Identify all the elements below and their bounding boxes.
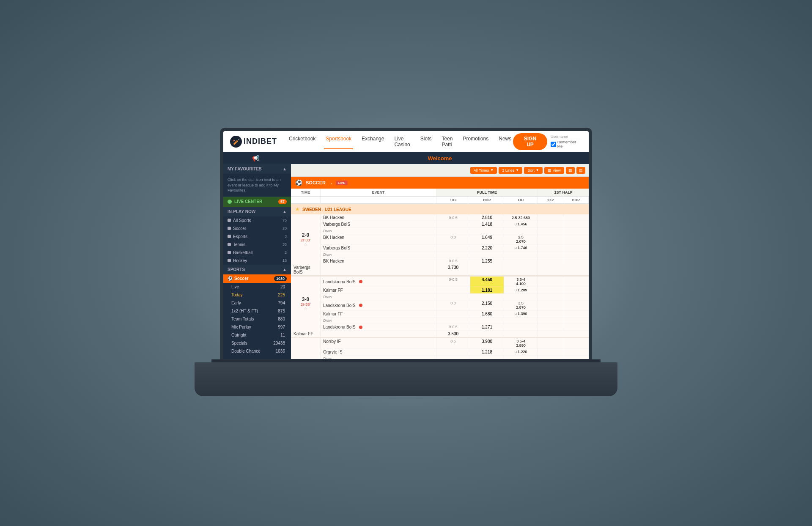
sports-early[interactable]: Early 794 — [223, 299, 291, 307]
odds-o1a[interactable]: 1.218 — [470, 349, 504, 356]
odds-3b[interactable]: 2.52.070 — [504, 234, 538, 245]
sports-header[interactable]: SPORTS ▲ — [223, 265, 291, 274]
my-favourites-header[interactable]: MY FAVOURITES ▲ — [223, 164, 291, 174]
hdp-val-1[interactable]: 0-0.5 — [436, 214, 470, 221]
live-sub-count: 20 — [280, 285, 285, 289]
item-dot-icon4 — [228, 243, 231, 246]
sports-team-totals[interactable]: Team Totals 880 — [223, 315, 291, 323]
nav-news[interactable]: News — [497, 134, 513, 149]
odds-1a[interactable]: 2.810 — [470, 214, 504, 221]
nav-live-casino[interactable]: Live Casino — [392, 134, 411, 149]
view-button[interactable]: ▦ View — [544, 167, 564, 174]
in-play-hockey[interactable]: Hockey 15 — [223, 257, 291, 265]
lines-button[interactable]: 3 Lines ▼ — [499, 167, 522, 174]
table-header-bottom-row: 1X2 HDP OU 1X2 HDP — [291, 197, 589, 204]
username-field: Username Remember Me — [551, 134, 582, 148]
in-play-all-sports[interactable]: All Sports 75 — [223, 216, 291, 225]
odds-k2a[interactable]: 1.680 — [470, 311, 504, 318]
in-play-header[interactable]: IN-PLAY NOW ▲ — [223, 207, 291, 216]
odds-2a[interactable]: 1.418 — [470, 221, 504, 228]
odds-l1b[interactable]: 3.5-44.100 — [504, 277, 538, 287]
nav-cricketbook[interactable]: Cricketbook — [287, 134, 317, 149]
chevron-up-icon3: ▲ — [283, 267, 287, 272]
nav-exchange[interactable]: Exchange — [360, 134, 386, 149]
odds-5a[interactable]: 1.255 — [470, 258, 504, 264]
in-play-esports[interactable]: Esports 3 — [223, 233, 291, 241]
odds-table: TIME EVENT FULL TIME 1ST HALF 1X2 HDP OU… — [291, 189, 589, 359]
x1x2-col-header: 1X2 — [436, 197, 470, 203]
item-dot-icon2 — [228, 227, 231, 230]
hdp-col-header: HDP — [470, 197, 504, 203]
team-kalmar-3: Kalmar FF — [291, 331, 321, 337]
nav-teen-patti[interactable]: Teen Patti — [440, 134, 454, 149]
icon-btn-1[interactable]: ▦ — [566, 167, 575, 174]
draw-1b — [470, 228, 504, 234]
remember-checkbox[interactable] — [551, 142, 556, 147]
sports-live[interactable]: Live 20 — [223, 283, 291, 291]
in-play-basketball[interactable]: Basketball 2 — [223, 249, 291, 257]
sports-today[interactable]: Today 225 — [223, 291, 291, 299]
double-chance-label: Double Chance — [231, 349, 261, 353]
table-header-top-row: TIME EVENT FULL TIME 1ST HALF — [291, 189, 589, 197]
odds-4b[interactable]: u 1.746 — [504, 245, 538, 252]
live-center-button[interactable]: LIVE CENTER 57 — [223, 197, 291, 207]
odds-1b[interactable]: 2.5-32.680 — [504, 214, 538, 221]
in-play-soccer[interactable]: Soccer 20 — [223, 225, 291, 233]
today-sub-count: 225 — [278, 293, 285, 297]
1x2-sub-count: 875 — [278, 309, 285, 313]
odds-3d — [563, 234, 589, 245]
nav-sportsbook[interactable]: Sportsbook — [324, 134, 353, 149]
h-hdp-col-header: HDP — [563, 197, 589, 203]
esports-count: 3 — [285, 234, 287, 238]
odds-n1a[interactable]: 3.900 — [470, 338, 504, 349]
league-name: SWEDEN - U21 LEAGUE — [302, 207, 351, 212]
odds-o1b[interactable]: u 1.220 — [504, 349, 538, 356]
sports-specials[interactable]: Specials 20438 — [223, 339, 291, 347]
sports-soccer[interactable]: ⚽ Soccer 1030 — [223, 274, 291, 283]
match-2-score: 3-0 — [302, 296, 309, 302]
sort-button[interactable]: Sort ▼ — [524, 167, 542, 174]
league-header: ★ SWEDEN - U21 LEAGUE — [291, 204, 589, 214]
sports-double-chance[interactable]: Double Chance 1036 — [223, 347, 291, 355]
match-group-1: 2-0 2H33' ☆ BK Hacken 0-0.5 2.810 2.5-32… — [291, 214, 589, 276]
odds-l2a[interactable]: 2.150 — [470, 300, 504, 311]
odds-3a[interactable]: 1.649 — [470, 234, 504, 245]
team-totals-label: Team Totals — [231, 317, 254, 321]
all-sports-count: 75 — [283, 218, 287, 222]
early-sub-count: 794 — [278, 301, 285, 305]
odds-2d — [563, 221, 589, 228]
odds-l1a[interactable]: 4.450 — [470, 277, 504, 287]
odds-3c — [538, 234, 563, 245]
hdp-3[interactable]: 0.0 — [436, 234, 470, 245]
odds-l3a[interactable]: 1.271 — [470, 324, 504, 331]
odds-k1b[interactable]: u 1.209 — [504, 287, 538, 294]
today-sub-label: Today — [231, 293, 243, 297]
draw-l2: Draw — [321, 318, 436, 324]
signup-button[interactable]: SIGN UP — [513, 133, 547, 150]
all-times-button[interactable]: All Times ▼ — [470, 167, 497, 174]
odds-k2b[interactable]: u 1.390 — [504, 311, 538, 318]
tennis-label: Tennis — [233, 242, 245, 247]
icon-btn-2[interactable]: ▤ — [576, 167, 585, 174]
soccer-header: ⚽ SOCCER - LIVE — [291, 177, 589, 189]
sports-1x2[interactable]: 1x2 (HT & FT) 875 — [223, 307, 291, 315]
odds-l2b[interactable]: 3.52.870 — [504, 300, 538, 311]
in-play-tennis[interactable]: Tennis 35 — [223, 241, 291, 249]
live-badge: LIVE — [336, 181, 348, 185]
nav-slots[interactable]: Slots — [419, 134, 433, 149]
sports-mix-parlay[interactable]: Mix Parlay 997 — [223, 323, 291, 331]
live-center-label: LIVE CENTER — [234, 199, 262, 204]
nav-promotions[interactable]: Promotions — [461, 134, 491, 149]
hockey-label: Hockey — [233, 258, 247, 263]
odds-2b[interactable]: u 1.456 — [504, 221, 538, 228]
odds-6a[interactable]: 3.730 — [436, 264, 470, 275]
logo: 🏏 INDIBET — [230, 136, 277, 148]
odds-k1a[interactable]: 1.181 — [470, 287, 504, 294]
odds-n1b[interactable]: 3.5-43.890 — [504, 338, 538, 349]
odds-k3a[interactable]: 3.530 — [436, 331, 470, 337]
match-group-3: 2-1 2H37' ★ Norrby IF 0.5 3.900 3.5-43.8… — [291, 337, 589, 359]
remember-me: Remember Me — [551, 140, 582, 148]
odds-4a[interactable]: 2.220 — [470, 245, 504, 252]
sports-outright[interactable]: Outright 11 — [223, 331, 291, 339]
welcome-megaphone-bar: 📢 — [223, 152, 291, 164]
